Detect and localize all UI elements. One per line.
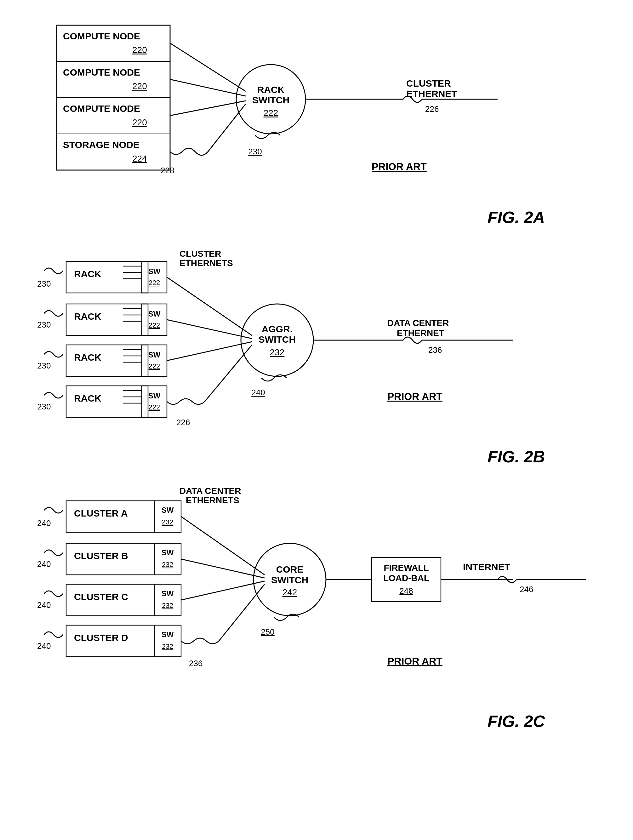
rack1-swnum: 222 xyxy=(148,279,160,287)
node3-num: 220 xyxy=(132,117,147,127)
firewall-num: 248 xyxy=(399,586,413,595)
cluster-b-sw: SW xyxy=(161,548,174,557)
prior-art-2b: PRIOR ART xyxy=(387,391,442,402)
node4-label: STORAGE NODE xyxy=(63,139,139,150)
cluster-c-sw: SW xyxy=(161,589,174,598)
core-switch-num: 242 xyxy=(283,587,297,597)
cluster-a-sw: SW xyxy=(161,506,174,514)
svg-line-5 xyxy=(170,43,246,92)
svg-rect-20 xyxy=(142,304,167,335)
node4-num: 224 xyxy=(132,154,147,163)
figure-2a: COMPUTE NODE 220 COMPUTE NODE 220 COMPUT… xyxy=(25,19,608,227)
svg-rect-30 xyxy=(142,386,167,417)
node2-num: 220 xyxy=(132,81,147,91)
num-230: 230 xyxy=(248,147,262,156)
num-240-1: 240 xyxy=(37,518,51,528)
node2-label: COMPUTE NODE xyxy=(63,67,140,77)
cluster-d-sw: SW xyxy=(161,630,174,639)
cluster-ethernet-label: CLUSTER xyxy=(406,78,451,88)
prior-art-2c: PRIOR ART xyxy=(387,655,442,667)
node1-label: COMPUTE NODE xyxy=(63,31,140,41)
num-226: 226 xyxy=(425,104,439,114)
data-center-ethernet: DATA CENTER xyxy=(387,318,449,328)
num-230-4: 230 xyxy=(37,402,51,411)
num-230-2: 230 xyxy=(37,320,51,330)
svg-rect-38 xyxy=(154,501,181,532)
fig2a-label: FIG. 2A xyxy=(25,208,608,227)
figure-2b: 230 RACK SW 222 230 RACK SW 222 230 xyxy=(25,246,608,466)
prior-art-2a: PRIOR ART xyxy=(372,161,427,172)
svg-line-47 xyxy=(181,581,265,600)
rack2-label: RACK xyxy=(74,311,101,322)
rack2-swnum: 222 xyxy=(148,321,160,329)
data-center-ethernets: DATA CENTER xyxy=(180,486,241,496)
cluster-ethernet-label2: ETHERNET xyxy=(406,88,457,99)
fig2b-label: FIG. 2B xyxy=(25,447,608,466)
num-240-2b: 240 xyxy=(251,388,265,397)
node3-label: COMPUTE NODE xyxy=(63,103,140,114)
aggr-switch-num: 232 xyxy=(270,347,285,357)
num-236-2c: 236 xyxy=(189,658,202,668)
node1-num: 220 xyxy=(132,45,147,55)
svg-rect-15 xyxy=(142,261,167,293)
num-250-2c: 250 xyxy=(261,627,274,636)
rack3-sw: SW xyxy=(148,351,161,359)
data-center-ethernet2: ETHERNET xyxy=(397,328,444,338)
core-switch-label: CORE xyxy=(276,564,303,575)
cluster-b-swnum: 232 xyxy=(162,561,174,568)
rack3-swnum: 222 xyxy=(148,362,160,370)
svg-line-46 xyxy=(181,559,265,578)
num-230-1: 230 xyxy=(37,279,51,289)
num-230-3: 230 xyxy=(37,361,51,370)
core-switch-label2: SWITCH xyxy=(271,575,308,585)
page: COMPUTE NODE 220 COMPUTE NODE 220 COMPUT… xyxy=(0,0,633,840)
rack2-sw: SW xyxy=(148,309,161,318)
rack1-label: RACK xyxy=(74,268,101,279)
cluster-c-swnum: 232 xyxy=(162,602,174,609)
rack3-label: RACK xyxy=(74,352,101,363)
svg-line-45 xyxy=(181,516,265,575)
cluster-a-swnum: 232 xyxy=(162,518,174,526)
rack4-sw: SW xyxy=(148,392,161,400)
rack-switch-label2: SWITCH xyxy=(252,95,289,105)
num-226-2b: 226 xyxy=(176,418,190,427)
num-240-2: 240 xyxy=(37,559,51,569)
num-240-3: 240 xyxy=(37,600,51,610)
internet-label: INTERNET xyxy=(463,562,510,572)
num-228: 228 xyxy=(161,166,174,175)
svg-line-33 xyxy=(167,342,252,361)
cluster-d-label: CLUSTER D xyxy=(74,632,128,643)
rack1-sw: SW xyxy=(148,267,161,276)
cluster-c-label: CLUSTER C xyxy=(74,592,128,602)
data-center-ethernets2: ETHERNETS xyxy=(186,496,239,505)
svg-line-32 xyxy=(167,320,252,339)
svg-rect-40 xyxy=(154,543,181,575)
fig2c-label: FIG. 2C xyxy=(25,712,608,731)
cluster-b-label: CLUSTER B xyxy=(74,551,128,561)
rack4-swnum: 222 xyxy=(148,403,160,411)
num-236-2b: 236 xyxy=(428,345,442,355)
aggr-switch-label2: SWITCH xyxy=(259,334,296,344)
svg-line-7 xyxy=(170,101,246,115)
cluster-a-label: CLUSTER A xyxy=(74,508,128,518)
svg-line-31 xyxy=(167,277,252,335)
cluster-ethernets2: ETHERNETS xyxy=(180,258,233,268)
firewall-label2: LOAD-BAL xyxy=(383,573,429,583)
svg-rect-44 xyxy=(154,625,181,657)
svg-rect-42 xyxy=(154,584,181,616)
firewall-label: FIREWALL xyxy=(384,563,429,573)
aggr-switch-label: AGGR. xyxy=(262,324,292,334)
svg-line-6 xyxy=(170,79,246,96)
num-246-2c: 246 xyxy=(519,584,533,594)
cluster-ethernets: CLUSTER xyxy=(180,249,221,259)
cluster-d-swnum: 232 xyxy=(162,643,174,651)
svg-rect-25 xyxy=(142,345,167,376)
rack-switch-num: 222 xyxy=(264,108,278,118)
figure-2c: 240 CLUSTER A SW 232 240 CLUSTER B SW 23… xyxy=(25,485,608,731)
num-240-4: 240 xyxy=(37,641,51,651)
rack4-label: RACK xyxy=(74,393,101,403)
rack-switch-label: RACK xyxy=(257,84,285,95)
